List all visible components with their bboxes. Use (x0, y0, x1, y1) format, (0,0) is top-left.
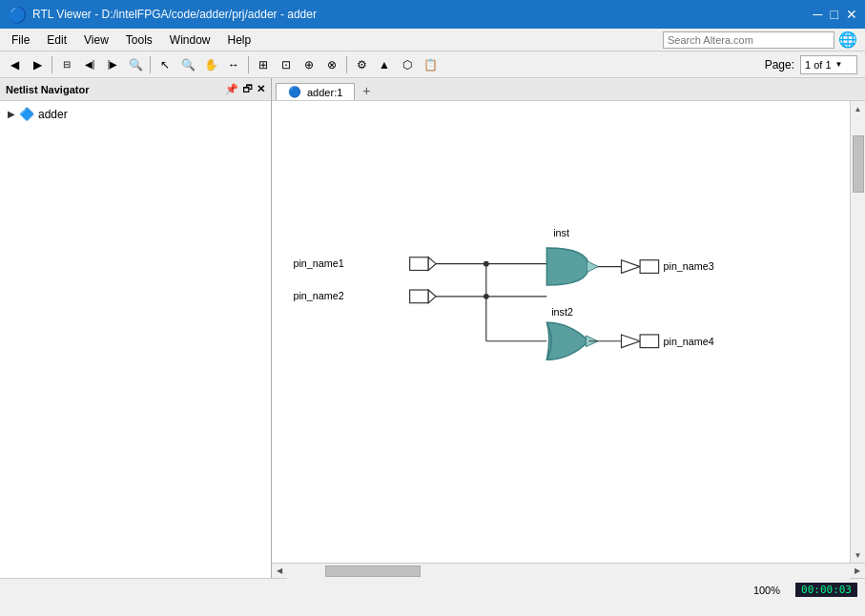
svg-rect-16 (640, 260, 659, 274)
svg-marker-15 (622, 260, 641, 274)
menu-tools[interactable]: Tools (118, 31, 160, 49)
svg-point-22 (484, 294, 489, 299)
netlist-pin-icon[interactable]: 📌 (225, 83, 238, 95)
diagram-canvas[interactable]: pin_name1 pin_name2 (272, 101, 850, 563)
tb-clipboard-button[interactable]: 📋 (420, 54, 441, 75)
page-label: Page: (765, 58, 794, 72)
scroll-thumb-horizontal[interactable] (325, 565, 421, 577)
zoom-level: 100% (753, 585, 780, 596)
tb-prev-page-button[interactable]: ◀| (79, 54, 100, 75)
pin-name4-label: pin_name4 (664, 336, 714, 347)
tb-minus-button[interactable]: ⊗ (321, 54, 342, 75)
tb-hex-button[interactable]: ⬡ (397, 54, 418, 75)
scroll-track-horizontal[interactable] (287, 564, 850, 579)
search-input[interactable] (663, 31, 834, 49)
minimize-button[interactable]: ─ (814, 7, 823, 22)
inst-label: inst (553, 227, 569, 238)
svg-rect-20 (640, 335, 659, 348)
netlist-title: Netlist Navigator (6, 84, 89, 95)
toolbar-separator-4 (346, 56, 347, 73)
status-bar: 100% 00:00:03 (0, 578, 865, 601)
rtl-diagram-svg: pin_name1 pin_name2 (272, 101, 850, 563)
horizontal-scrollbar[interactable]: ◀ ▶ (272, 563, 865, 578)
netlist-restore-icon[interactable]: 🗗 (242, 83, 253, 95)
menu-window[interactable]: Window (162, 31, 218, 49)
maximize-button[interactable]: □ (831, 7, 838, 22)
netlist-header-controls: 📌 🗗 ✕ (225, 83, 265, 95)
scroll-right-button[interactable]: ▶ (850, 564, 865, 579)
netlist-panel: Netlist Navigator 📌 🗗 ✕ ▶ 🔷 adder (0, 78, 272, 578)
tab-adder1[interactable]: 🔵 adder:1 (276, 83, 355, 100)
app-logo-icon: 🔵 (8, 6, 27, 24)
vertical-scrollbar[interactable]: ▲ ▼ (850, 101, 865, 563)
tb-search-button[interactable]: 🔍 (125, 54, 146, 75)
tb-up-button[interactable]: ▲ (374, 54, 395, 75)
scroll-up-button[interactable]: ▲ (851, 101, 866, 116)
svg-marker-19 (622, 335, 641, 348)
tb-settings-button[interactable]: ⚙ (351, 54, 372, 75)
tb-zoom-in-button[interactable]: 🔍 (177, 54, 198, 75)
page-value: 1 of 1 (805, 59, 832, 71)
svg-marker-3 (428, 290, 436, 303)
scroll-track-vertical[interactable] (851, 116, 866, 547)
svg-marker-14 (587, 261, 598, 273)
netlist-content: ▶ 🔷 adder (0, 101, 271, 578)
toolbar-separator-1 (51, 56, 52, 73)
scroll-thumb-vertical[interactable] (853, 135, 864, 193)
pin-name1-label: pin_name1 (293, 257, 343, 269)
toolbar-separator-3 (248, 56, 249, 73)
tb-select-button[interactable]: ↖ (154, 54, 175, 75)
tb-next-page-button[interactable]: |▶ (102, 54, 123, 75)
tab-label: adder:1 (307, 87, 342, 98)
svg-rect-0 (410, 257, 429, 271)
page-selector[interactable]: 1 of 1 ▼ (800, 55, 857, 74)
inst2-label: inst2 (551, 306, 573, 318)
title-bar: 🔵 RTL Viewer - D:/intelFPGA/code/adder/p… (0, 0, 865, 29)
menu-bar: File Edit View Tools Window Help (0, 29, 663, 51)
pin-name2-label: pin_name2 (293, 290, 343, 301)
pin-name3-label: pin_name3 (664, 260, 714, 272)
menu-view[interactable]: View (76, 31, 116, 49)
tb-grid-button[interactable]: ⊞ (253, 54, 274, 75)
toolbar: ◀ ▶ ⊟ ◀| |▶ 🔍 ↖ 🔍 ✋ ↔ ⊞ ⊡ ⊕ ⊗ ⚙ ▲ ⬡ 📋 (0, 51, 765, 77)
tb-fit-button[interactable]: ↔ (223, 54, 244, 75)
tree-arrow-icon: ▶ (8, 109, 15, 119)
menu-edit[interactable]: Edit (39, 31, 74, 49)
time-display: 00:00:03 (795, 583, 857, 597)
window-title: RTL Viewer - D:/intelFPGA/code/adder/prj… (32, 8, 317, 21)
tab-icon: 🔵 (288, 86, 301, 98)
tb-forward-button[interactable]: ▶ (27, 54, 48, 75)
main-area: Netlist Navigator 📌 🗗 ✕ ▶ 🔷 adder 🔵 adde… (0, 78, 865, 578)
tree-node-label: adder (38, 108, 68, 121)
tb-back-button[interactable]: ◀ (4, 54, 25, 75)
scroll-left-button[interactable]: ◀ (272, 564, 287, 579)
scroll-down-button[interactable]: ▼ (851, 547, 866, 563)
menu-file[interactable]: File (4, 31, 37, 49)
svg-marker-1 (428, 257, 436, 271)
menu-help[interactable]: Help (220, 31, 259, 49)
globe-icon[interactable]: 🌐 (838, 31, 857, 49)
tab-add-button[interactable]: + (355, 81, 378, 100)
tb-pan-button[interactable]: ✋ (200, 54, 221, 75)
svg-point-21 (484, 261, 489, 267)
tb-expand-button[interactable]: ⊡ (276, 54, 297, 75)
netlist-close-icon[interactable]: ✕ (257, 83, 265, 95)
tab-bar: 🔵 adder:1 + (272, 78, 865, 101)
toolbar-separator-2 (150, 56, 151, 73)
diagram-area: 🔵 adder:1 + pin_name1 pin_name2 (272, 78, 865, 578)
close-button[interactable]: ✕ (846, 7, 857, 22)
tb-netlist-button[interactable]: ⊟ (56, 54, 77, 75)
tb-plus-button[interactable]: ⊕ (299, 54, 319, 75)
tree-node-icon: 🔷 (19, 107, 34, 121)
page-dropdown-icon[interactable]: ▼ (835, 60, 843, 69)
svg-rect-2 (410, 290, 429, 303)
netlist-header: Netlist Navigator 📌 🗗 ✕ (0, 78, 271, 101)
tree-item-adder[interactable]: ▶ 🔷 adder (4, 105, 267, 123)
